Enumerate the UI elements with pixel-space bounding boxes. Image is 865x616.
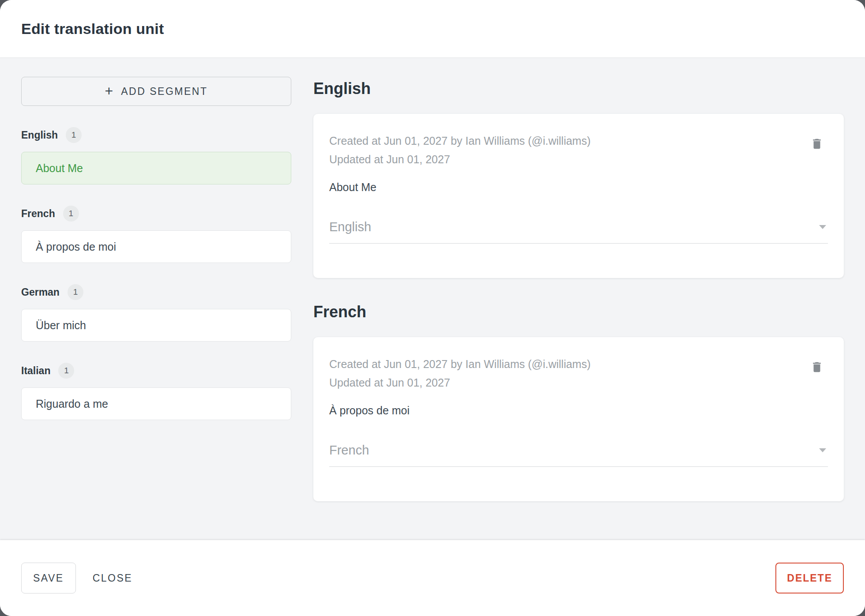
delete-button[interactable]: DELETE: [775, 563, 844, 593]
language-select[interactable]: English: [329, 220, 828, 244]
translation-section-french: French Created at Jun 01, 2027 by Ian Wi…: [313, 303, 844, 501]
segments-panel: + ADD SEGMENT English 1 About Me French …: [21, 77, 291, 540]
segment-item-english[interactable]: About Me: [21, 152, 291, 184]
language-select-value: English: [329, 220, 371, 234]
language-label-row: Italian 1: [21, 363, 291, 379]
updated-line: Updated at Jun 01, 2027: [329, 373, 590, 392]
segment-item-italian[interactable]: Riguardo a me: [21, 387, 291, 420]
segment-item-text: Riguardo a me: [36, 398, 108, 410]
trash-icon: [810, 137, 824, 151]
card-top-row: Created at Jun 01, 2027 by Ian Williams …: [329, 355, 828, 392]
language-label: French: [21, 208, 55, 220]
language-select-value: French: [329, 443, 369, 458]
section-heading: French: [313, 303, 844, 321]
translation-section-english: English Created at Jun 01, 2027 by Ian W…: [313, 79, 844, 278]
dialog-title: Edit translation unit: [21, 20, 164, 38]
updated-line: Updated at Jun 01, 2027: [329, 150, 590, 169]
add-segment-label: ADD SEGMENT: [121, 86, 207, 98]
dialog-body: + ADD SEGMENT English 1 About Me French …: [0, 57, 865, 540]
detail-panel: English Created at Jun 01, 2027 by Ian W…: [313, 77, 844, 540]
language-label: English: [21, 129, 58, 141]
segment-item-french[interactable]: À propos de moi: [21, 230, 291, 263]
segment-count-badge: 1: [68, 284, 83, 300]
language-group-german: German 1 Über mich: [21, 284, 291, 342]
segment-count-badge: 1: [66, 127, 82, 143]
language-group-english: English 1 About Me: [21, 127, 291, 184]
segment-count-badge: 1: [63, 206, 79, 222]
segment-item-text: Über mich: [36, 319, 86, 332]
language-group-italian: Italian 1 Riguardo a me: [21, 363, 291, 420]
language-label: Italian: [21, 365, 50, 377]
trash-icon: [810, 360, 824, 374]
created-line: Created at Jun 01, 2027 by Ian Williams …: [329, 355, 590, 373]
language-select[interactable]: French: [329, 443, 828, 467]
add-segment-button[interactable]: + ADD SEGMENT: [21, 77, 291, 106]
card-metadata: Created at Jun 01, 2027 by Ian Williams …: [329, 131, 590, 169]
segment-item-text: À propos de moi: [36, 240, 116, 253]
card-top-row: Created at Jun 01, 2027 by Ian Williams …: [329, 131, 828, 169]
edit-translation-unit-dialog: Edit translation unit + ADD SEGMENT Engl…: [0, 0, 865, 616]
language-group-french: French 1 À propos de moi: [21, 206, 291, 263]
chevron-down-icon: [819, 448, 826, 452]
created-line: Created at Jun 01, 2027 by Ian Williams …: [329, 131, 590, 150]
plus-icon: +: [105, 84, 113, 98]
translation-card: Created at Jun 01, 2027 by Ian Williams …: [313, 114, 844, 278]
language-label: German: [21, 286, 60, 298]
delete-segment-button[interactable]: [808, 134, 826, 154]
close-button[interactable]: CLOSE: [85, 563, 140, 593]
segment-text: About Me: [329, 179, 828, 195]
language-label-row: English 1: [21, 127, 291, 143]
save-button[interactable]: SAVE: [21, 563, 76, 593]
card-metadata: Created at Jun 01, 2027 by Ian Williams …: [329, 355, 590, 392]
dialog-header: Edit translation unit: [0, 0, 865, 57]
language-label-row: French 1: [21, 206, 291, 222]
dialog-footer: SAVE CLOSE DELETE: [0, 540, 865, 616]
delete-segment-button[interactable]: [808, 357, 826, 377]
chevron-down-icon: [819, 225, 826, 229]
segment-item-german[interactable]: Über mich: [21, 309, 291, 342]
segment-item-text: About Me: [36, 162, 83, 175]
segment-count-badge: 1: [58, 363, 74, 379]
segment-text: À propos de moi: [329, 402, 828, 418]
language-label-row: German 1: [21, 284, 291, 300]
section-heading: English: [313, 79, 844, 98]
translation-card: Created at Jun 01, 2027 by Ian Williams …: [313, 337, 844, 501]
